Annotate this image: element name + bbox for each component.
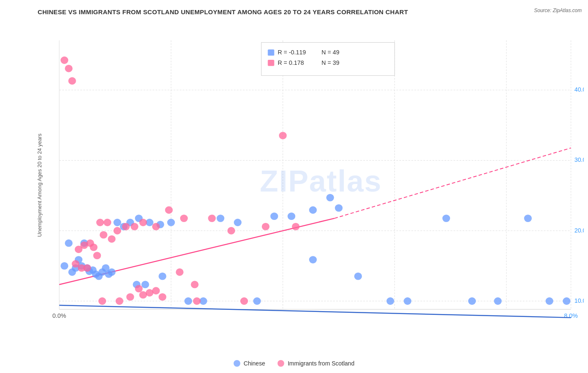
svg-point-67 xyxy=(524,215,532,222)
chart-title: CHINESE VS IMMIGRANTS FROM SCOTLAND UNEM… xyxy=(33,8,584,15)
svg-point-73 xyxy=(309,256,317,263)
svg-point-102 xyxy=(193,297,201,305)
svg-point-88 xyxy=(108,235,116,243)
svg-point-112 xyxy=(180,215,188,222)
svg-point-83 xyxy=(90,243,98,251)
svg-point-85 xyxy=(96,219,104,226)
legend-label-scotland: Immigrants from Scotland xyxy=(288,360,355,367)
svg-point-54 xyxy=(234,219,242,226)
chart-area: ZIPatlas 10.0% 20.0% 30.0% 40.0% xyxy=(33,20,584,342)
svg-point-44 xyxy=(113,219,121,226)
svg-point-101 xyxy=(292,223,300,230)
svg-text:N = 39: N = 39 xyxy=(322,59,340,66)
svg-rect-19 xyxy=(268,49,274,56)
svg-point-53 xyxy=(217,215,225,222)
svg-text:30.0%: 30.0% xyxy=(574,157,584,164)
svg-rect-18 xyxy=(261,42,395,75)
svg-text:40.0%: 40.0% xyxy=(574,86,584,93)
svg-line-27 xyxy=(335,148,571,218)
svg-point-81 xyxy=(83,264,91,272)
svg-point-61 xyxy=(354,273,362,280)
svg-point-108 xyxy=(159,293,166,301)
legend-item-scotland: Immigrants from Scotland xyxy=(278,360,355,367)
svg-point-43 xyxy=(108,268,116,276)
svg-point-59 xyxy=(326,194,334,202)
svg-point-89 xyxy=(113,227,121,235)
svg-point-90 xyxy=(122,223,130,230)
scatter-chart: 10.0% 20.0% 30.0% 40.0% 0.0% 8.0% Unempl… xyxy=(33,20,584,342)
chart-legend: Chinese Immigrants from Scotland xyxy=(234,360,355,367)
legend-item-chinese: Chinese xyxy=(234,360,265,367)
chart-container: CHINESE VS IMMIGRANTS FROM SCOTLAND UNEM… xyxy=(0,0,588,373)
svg-point-96 xyxy=(208,215,216,222)
source-text: Source: ZipAtlas.com xyxy=(534,8,582,13)
svg-point-87 xyxy=(104,219,112,226)
svg-point-104 xyxy=(98,297,106,305)
svg-text:R = -0.119: R = -0.119 xyxy=(278,49,306,56)
svg-point-92 xyxy=(139,219,147,226)
svg-point-69 xyxy=(563,297,571,305)
svg-point-62 xyxy=(386,297,394,305)
svg-point-56 xyxy=(270,212,278,220)
svg-point-84 xyxy=(93,252,101,259)
svg-point-98 xyxy=(240,297,248,305)
svg-point-63 xyxy=(404,297,412,305)
svg-text:R =  0.178: R = 0.178 xyxy=(278,59,304,66)
svg-line-25 xyxy=(59,305,571,318)
svg-point-58 xyxy=(309,206,317,214)
svg-text:10.0%: 10.0% xyxy=(574,297,584,304)
svg-point-65 xyxy=(468,297,476,305)
svg-point-110 xyxy=(135,285,143,292)
legend-color-chinese xyxy=(234,360,240,367)
svg-text:N = 49: N = 49 xyxy=(322,49,340,56)
svg-point-50 xyxy=(167,219,175,226)
legend-color-scotland xyxy=(278,360,284,367)
svg-rect-22 xyxy=(268,60,274,66)
svg-point-55 xyxy=(253,297,261,305)
svg-point-68 xyxy=(545,297,553,305)
svg-text:0.0%: 0.0% xyxy=(52,312,66,319)
svg-point-51 xyxy=(184,297,192,305)
svg-point-109 xyxy=(126,293,134,301)
svg-point-91 xyxy=(130,223,138,230)
svg-point-103 xyxy=(115,297,123,305)
svg-point-95 xyxy=(191,281,199,289)
svg-point-74 xyxy=(61,56,69,64)
svg-point-57 xyxy=(288,212,296,220)
svg-point-60 xyxy=(335,204,343,212)
svg-point-107 xyxy=(152,287,160,294)
svg-point-100 xyxy=(279,132,287,139)
svg-point-94 xyxy=(176,268,184,276)
svg-point-64 xyxy=(442,215,450,222)
svg-point-28 xyxy=(61,262,69,270)
svg-point-99 xyxy=(262,223,270,230)
svg-point-111 xyxy=(165,206,173,214)
svg-point-66 xyxy=(494,297,502,305)
svg-text:20.0%: 20.0% xyxy=(574,227,584,234)
svg-point-86 xyxy=(100,231,107,239)
svg-point-71 xyxy=(159,273,166,280)
svg-point-97 xyxy=(228,227,235,235)
svg-point-29 xyxy=(65,240,73,247)
legend-label-chinese: Chinese xyxy=(244,360,265,367)
svg-point-76 xyxy=(68,77,76,85)
svg-point-70 xyxy=(141,281,149,289)
svg-point-93 xyxy=(152,223,160,230)
svg-text:Unemployment Among Ages 20 to : Unemployment Among Ages 20 to 24 years xyxy=(36,133,42,237)
svg-point-75 xyxy=(65,65,73,72)
